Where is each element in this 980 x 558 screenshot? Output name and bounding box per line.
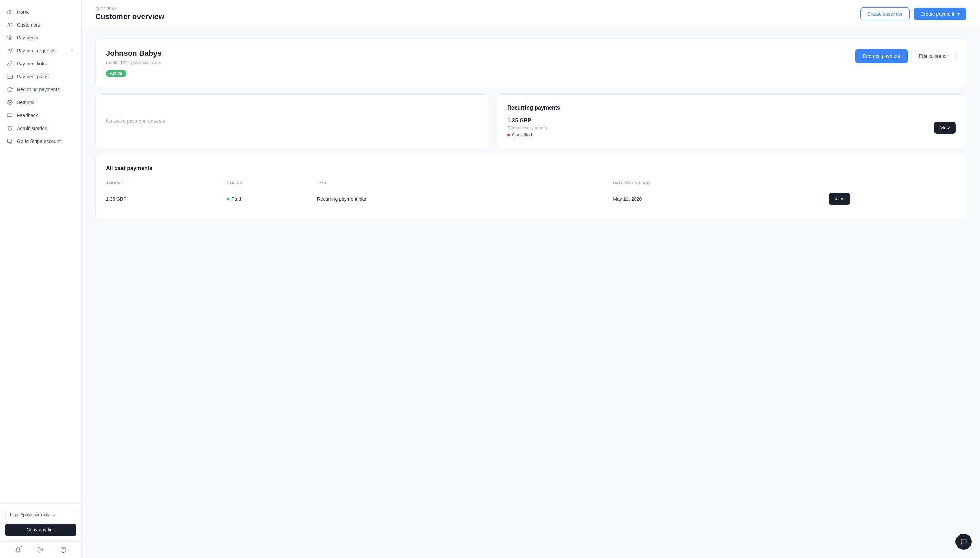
sidebar-item-feedback-label: Feedback <box>17 113 38 118</box>
sidebar-item-customers-label: Customers <box>17 22 40 28</box>
past-payments-title: All past payments <box>106 165 956 171</box>
view-recurring-button[interactable]: View <box>934 122 956 134</box>
dropdown-chevron-icon: ▾ <box>957 11 960 17</box>
no-payment-requests-text: No active payment requests <box>106 118 165 124</box>
sidebar-item-payments[interactable]: Payments <box>0 31 81 44</box>
middle-row: No active payment requests Recurring pay… <box>95 94 966 148</box>
col-type: TYPE <box>317 178 613 188</box>
status-badge: Active <box>106 70 126 77</box>
header-actions: Create customer Create payment ▾ <box>860 8 966 20</box>
send-icon <box>7 48 13 54</box>
sidebar-item-payment-links-label: Payment links <box>17 61 47 66</box>
create-customer-button[interactable]: Create customer <box>860 8 909 20</box>
breadcrumb: SUPERPAY <box>95 7 164 11</box>
sidebar-item-payment-plans-label: Payment plans <box>17 74 49 79</box>
row-amount: 1.35 GBP <box>106 188 227 210</box>
sidebar-item-payment-links[interactable]: Payment links <box>0 57 81 70</box>
notifications-icon[interactable] <box>14 546 22 554</box>
sidebar-item-recurring-payments-label: Recurring payments <box>17 87 59 92</box>
main-content: SUPERPAY Customer overview Create custom… <box>82 0 980 558</box>
page-title: Customer overview <box>95 12 164 21</box>
sidebar-item-payment-requests[interactable]: Payment requests <box>0 44 81 57</box>
create-payment-button[interactable]: Create payment ▾ <box>914 8 966 20</box>
message-square-icon <box>7 112 13 118</box>
users-icon <box>7 22 13 28</box>
logout-icon[interactable] <box>36 546 44 554</box>
col-status: STATUS <box>227 178 317 188</box>
sidebar-item-payment-plans[interactable]: Payment plans <box>0 70 81 83</box>
svg-point-9 <box>61 547 66 553</box>
row-view-action: View <box>829 188 956 210</box>
recurring-amount: 1.35 GBP <box>507 118 547 124</box>
customer-actions: Request payment Edit customer <box>855 49 956 63</box>
sidebar-item-home[interactable]: Home <box>0 5 81 18</box>
external-link-icon <box>7 138 13 144</box>
recurring-payments-card: Recurring payments 1.35 GBP Recurs every… <box>497 94 966 148</box>
row-status: Paid <box>227 188 317 210</box>
col-date: DATE PROCESSED <box>613 178 828 188</box>
content-area: Johnson Babys modivid221@whowlft.com Act… <box>82 28 980 230</box>
edit-customer-button[interactable]: Edit customer <box>911 49 956 63</box>
customer-email: modivid221@whowlft.com <box>106 60 162 65</box>
copy-pay-link-button[interactable]: Copy pay link <box>5 524 76 536</box>
svg-point-6 <box>9 102 11 103</box>
layers-icon <box>7 35 13 41</box>
shield-icon <box>7 125 13 131</box>
customer-info: Johnson Babys modivid221@whowlft.com Act… <box>106 49 162 77</box>
payments-table: AMOUNT STATUS TYPE DATE PROCESSED 1.35 G… <box>106 178 956 210</box>
payment-requests-card: No active payment requests <box>95 94 490 148</box>
sidebar-item-go-to-stripe[interactable]: Go to Stripe account <box>0 135 81 148</box>
recurring-payment-item: 1.35 GBP Recurs every month Cancelled Vi… <box>507 118 956 138</box>
recurring-payments-title: Recurring payments <box>507 105 956 111</box>
sidebar-item-settings-label: Settings <box>17 100 34 105</box>
customer-card: Johnson Babys modivid221@whowlft.com Act… <box>95 38 966 87</box>
svg-rect-4 <box>8 75 13 79</box>
col-amount: AMOUNT <box>106 178 227 188</box>
svg-marker-1 <box>8 35 12 38</box>
settings-icon <box>7 99 13 105</box>
chat-button[interactable] <box>955 533 972 550</box>
paid-dot <box>227 198 229 200</box>
help-icon[interactable] <box>59 546 67 554</box>
sidebar-item-administration-label: Administration <box>17 126 47 131</box>
recurring-payment-details: 1.35 GBP Recurs every month Cancelled <box>507 118 547 138</box>
cancelled-dot <box>507 134 510 136</box>
page-header: SUPERPAY Customer overview Create custom… <box>82 0 980 28</box>
sidebar-item-recurring-payments[interactable]: Recurring payments <box>0 83 81 96</box>
table-header: AMOUNT STATUS TYPE DATE PROCESSED <box>106 178 956 188</box>
sidebar-item-administration[interactable]: Administration <box>0 122 81 135</box>
svg-point-0 <box>8 23 10 25</box>
table-row: 1.35 GBP Paid Recurring payment plan May… <box>106 188 956 210</box>
sidebar-item-home-label: Home <box>17 9 30 15</box>
sidebar-footer <box>0 541 81 558</box>
recurring-frequency: Recurs every month <box>507 125 547 130</box>
home-icon <box>7 9 13 15</box>
credit-card-icon <box>7 74 13 80</box>
sidebar-bottom: Copy pay link <box>0 503 81 541</box>
row-type: Recurring payment plan <box>317 188 613 210</box>
customer-name: Johnson Babys <box>106 49 162 58</box>
col-action <box>829 178 956 188</box>
chevron-down-icon <box>70 48 74 54</box>
sidebar-nav: Home Customers Payments Payment requests <box>0 0 81 503</box>
past-payments-card: All past payments AMOUNT STATUS TYPE DAT… <box>95 155 966 220</box>
svg-rect-7 <box>8 139 11 142</box>
link-icon <box>7 61 13 67</box>
sidebar-item-payment-requests-label: Payment requests <box>17 48 56 53</box>
refresh-icon <box>7 87 13 92</box>
sidebar-item-go-to-stripe-label: Go to Stripe account <box>17 138 61 144</box>
recurring-status: Cancelled <box>507 132 547 138</box>
sidebar-item-payments-label: Payments <box>17 35 38 41</box>
notification-badge <box>20 545 23 548</box>
view-payment-button[interactable]: View <box>829 193 850 205</box>
sidebar: Home Customers Payments Payment requests <box>0 0 82 558</box>
pay-link-input[interactable] <box>5 509 76 520</box>
header-left: SUPERPAY Customer overview <box>95 7 164 21</box>
row-date: May 21, 2020 <box>613 188 828 210</box>
sidebar-item-customers[interactable]: Customers <box>0 18 81 31</box>
sidebar-item-feedback[interactable]: Feedback <box>0 109 81 122</box>
table-body: 1.35 GBP Paid Recurring payment plan May… <box>106 188 956 210</box>
sidebar-item-settings[interactable]: Settings <box>0 96 81 109</box>
request-payment-button[interactable]: Request payment <box>855 49 908 63</box>
